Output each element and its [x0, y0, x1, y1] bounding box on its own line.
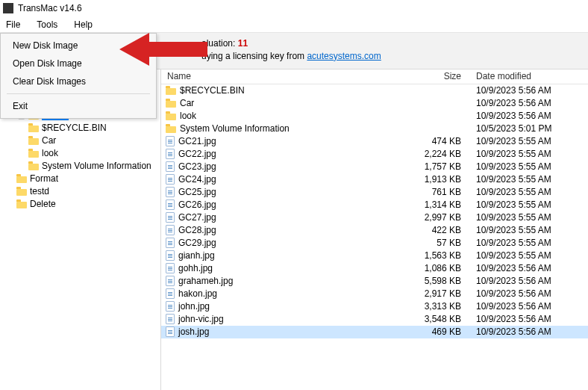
file-name: GC23.jpg [178, 161, 216, 172]
file-date: 10/9/2023 5:55 AM [469, 238, 588, 248]
list-row[interactable]: josh.jpg469 KB10/9/2023 5:56 AM [161, 326, 588, 338]
file-icon [166, 136, 175, 146]
file-icon [166, 238, 175, 248]
file-date: 10/9/2023 5:56 AM [469, 98, 588, 108]
list-row[interactable]: GC29.jpg57 KB10/9/2023 5:55 AM [161, 237, 588, 250]
file-date: 10/9/2023 5:56 AM [469, 314, 588, 324]
eval-count: 11 [238, 38, 248, 49]
file-size: 469 KB [409, 326, 469, 337]
file-size: 2,224 KB [409, 149, 469, 159]
file-name: System Volume Information [180, 123, 290, 134]
file-date: 10/9/2023 5:55 AM [469, 212, 588, 223]
eval-line2: uying a licensing key from [201, 51, 307, 61]
list-row[interactable]: GC26.jpg1,314 KB10/9/2023 5:55 AM [161, 199, 588, 211]
list-row[interactable]: System Volume Information10/5/2023 5:01 … [161, 123, 588, 135]
list-row[interactable]: john-vic.jpg3,548 KB10/9/2023 5:56 AM [161, 313, 588, 326]
tree-item[interactable]: Format [3, 173, 159, 185]
list-row[interactable]: $RECYCLE.BIN10/9/2023 5:56 AM [161, 84, 588, 97]
menu-open-disk-image[interactable]: Open Disk Image [2, 55, 154, 72]
list-row[interactable]: gianh.jpg1,563 KB10/9/2023 5:55 AM [161, 250, 588, 262]
menu-tools[interactable]: Tools [29, 18, 65, 31]
menu-clear-disk-images[interactable]: Clear Disk Images [2, 72, 154, 90]
folder-icon [166, 111, 176, 120]
file-date: 10/9/2023 5:56 AM [469, 288, 588, 299]
list-row[interactable]: GC24.jpg1,913 KB10/9/2023 5:55 AM [161, 173, 588, 186]
folder-icon [166, 86, 176, 95]
file-icon [166, 301, 175, 312]
tree-item[interactable]: Delete [3, 198, 159, 211]
menu-file[interactable]: File [3, 18, 28, 31]
tree-item[interactable]: System Volume Information [3, 160, 159, 173]
list-row[interactable]: GC25.jpg761 KB10/9/2023 5:55 AM [161, 186, 588, 199]
file-name: GC24.jpg [178, 174, 216, 185]
list-pane: Name Size Date modified $RECYCLE.BIN10/9… [161, 69, 588, 390]
file-date: 10/9/2023 5:56 AM [469, 85, 588, 96]
tree-item[interactable]: testd [3, 185, 159, 198]
app-icon [3, 3, 13, 13]
folder-icon [28, 161, 39, 170]
file-size: 3,313 KB [409, 301, 469, 312]
list-row[interactable]: john.jpg3,313 KB10/9/2023 5:56 AM [161, 300, 588, 313]
file-size: 1,314 KB [409, 199, 469, 210]
file-date: 10/9/2023 5:55 AM [469, 161, 588, 172]
file-icon [166, 326, 175, 337]
file-date: 10/9/2023 5:56 AM [469, 263, 588, 273]
file-date: 10/9/2023 5:56 AM [469, 276, 588, 286]
list-row[interactable]: GC22.jpg2,224 KB10/9/2023 5:55 AM [161, 148, 588, 161]
file-size: 5,598 KB [409, 276, 469, 286]
file-icon [166, 288, 175, 299]
file-name: john-vic.jpg [178, 314, 224, 324]
list-row[interactable]: GC23.jpg1,757 KB10/9/2023 5:55 AM [161, 161, 588, 173]
column-header-size[interactable]: Size [409, 71, 469, 81]
list-row[interactable]: GC28.jpg422 KB10/9/2023 5:55 AM [161, 224, 588, 237]
folder-icon [28, 123, 39, 132]
file-icon [166, 250, 175, 261]
file-icon [166, 314, 175, 324]
list-row[interactable]: grahameh.jpg5,598 KB10/9/2023 5:56 AM [161, 275, 588, 288]
list-row[interactable]: hakon.jpg2,917 KB10/9/2023 5:56 AM [161, 288, 588, 300]
list-row[interactable]: Car10/9/2023 5:56 AM [161, 97, 588, 110]
file-name: GC28.jpg [178, 225, 216, 235]
file-icon [166, 149, 175, 159]
file-name: grahameh.jpg [178, 276, 233, 286]
file-date: 10/5/2023 5:01 PM [469, 123, 588, 134]
tree-item[interactable]: look [3, 147, 159, 160]
file-name: gohh.jpg [178, 263, 213, 273]
titlebar: TransMac v14.6 [0, 0, 588, 16]
list-row[interactable]: GC27.jpg2,997 KB10/9/2023 5:55 AM [161, 211, 588, 224]
file-icon [166, 212, 175, 223]
file-size: 57 KB [409, 238, 469, 248]
file-name: $RECYCLE.BIN [180, 85, 245, 96]
file-name: john.jpg [178, 301, 210, 312]
file-name: GC22.jpg [178, 149, 216, 159]
list-body: $RECYCLE.BIN10/9/2023 5:56 AMCar10/9/202… [161, 84, 588, 338]
list-row[interactable]: GC21.jpg474 KB10/9/2023 5:55 AM [161, 135, 588, 148]
file-size: 2,997 KB [409, 212, 469, 223]
file-date: 10/9/2023 5:56 AM [469, 326, 588, 337]
file-icon [166, 276, 175, 286]
menu-new-disk-image[interactable]: New Disk Image [2, 37, 154, 55]
file-name: hakon.jpg [178, 288, 217, 299]
column-header-date[interactable]: Date modified [469, 71, 588, 81]
file-name: GC29.jpg [178, 238, 216, 248]
list-row[interactable]: look10/9/2023 5:56 AM [161, 110, 588, 123]
file-name: GC26.jpg [178, 199, 216, 210]
file-name: GC21.jpg [178, 136, 216, 146]
list-row[interactable]: gohh.jpg1,086 KB10/9/2023 5:56 AM [161, 262, 588, 275]
folder-icon [16, 187, 27, 196]
folder-icon [28, 149, 39, 158]
file-size: 2,917 KB [409, 288, 469, 299]
file-date: 10/9/2023 5:55 AM [469, 187, 588, 197]
menu-help[interactable]: Help [66, 18, 100, 31]
menu-exit[interactable]: Exit [2, 97, 154, 115]
tree-item[interactable]: Car [3, 134, 159, 147]
menu-separator [7, 93, 150, 94]
file-name: look [180, 111, 196, 121]
folder-icon [166, 99, 176, 108]
license-link[interactable]: acutesystems.com [307, 51, 381, 61]
column-header-name[interactable]: Name [161, 71, 409, 81]
menubar: File Tools Help [0, 16, 588, 33]
file-date: 10/9/2023 5:55 AM [469, 225, 588, 235]
file-icon [166, 225, 175, 235]
tree-item[interactable]: $RECYCLE.BIN [3, 122, 159, 134]
